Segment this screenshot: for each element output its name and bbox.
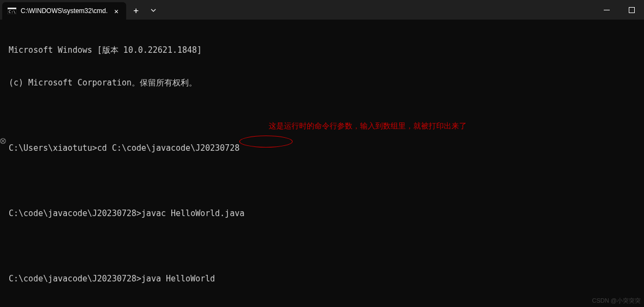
- tab-close-button[interactable]: ✕: [112, 7, 121, 15]
- output-line: [9, 175, 635, 186]
- tab-dropdown-button[interactable]: [145, 2, 162, 19]
- edge-mark: ⨂: [0, 137, 6, 144]
- svg-text:C:\: C:\: [9, 10, 16, 14]
- cmd-icon: C:\: [8, 8, 16, 14]
- terminal-output[interactable]: Microsoft Windows [版本 10.0.22621.1848] (…: [0, 20, 644, 307]
- output-line: C:\code\javacode\J20230728>javac HelloWo…: [9, 208, 635, 219]
- new-tab-button[interactable]: +: [127, 2, 145, 19]
- maximize-button[interactable]: [619, 0, 644, 20]
- output-line: [9, 110, 635, 121]
- output-line: Microsoft Windows [版本 10.0.22621.1848]: [9, 45, 635, 56]
- tab-title: C:\WINDOWS\system32\cmd.: [21, 7, 108, 15]
- titlebar: C:\ C:\WINDOWS\system32\cmd. ✕ +: [0, 0, 644, 20]
- output-line: [9, 241, 635, 251]
- annotation-text: 这是运行时的命令行参数，输入到数组里，就被打印出来了: [269, 120, 467, 131]
- watermark: CSDN @小突突突: [592, 297, 641, 305]
- window-controls: [594, 0, 644, 20]
- minimize-button[interactable]: [594, 0, 619, 20]
- output-line: C:\code\javacode\J20230728>java HelloWor…: [9, 273, 635, 284]
- output-line: C:\Users\xiaotutu>cd C:\code\javacode\J2…: [9, 143, 635, 154]
- output-line: (c) Microsoft Corporation。保留所有权利。: [9, 77, 635, 88]
- tab-active[interactable]: C:\ C:\WINDOWS\system32\cmd. ✕: [2, 2, 126, 20]
- svg-rect-1: [8, 8, 16, 9]
- svg-rect-4: [629, 7, 634, 13]
